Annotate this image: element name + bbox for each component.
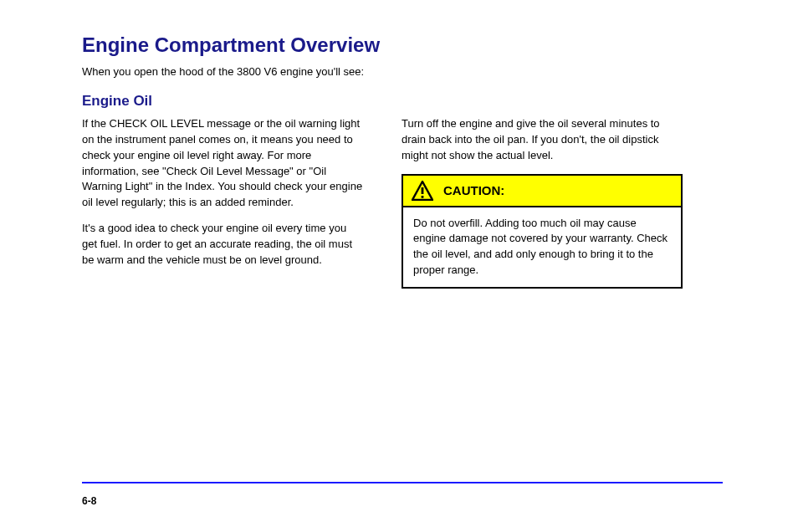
body-paragraph: It's a good idea to check your engine oi… [82,221,363,269]
left-column: If the CHECK OIL LEVEL message or the oi… [82,116,363,289]
section-heading: Engine Compartment Overview [82,33,723,57]
warning-icon [412,181,433,201]
footer-rule [82,482,723,483]
lead-paragraph: When you open the hood of the 3800 V6 en… [82,65,723,78]
subsection-heading: Engine Oil [82,93,723,110]
page-number: 6-8 [82,495,96,507]
caution-header: CAUTION: [403,176,681,207]
svg-rect-1 [422,187,424,194]
svg-rect-2 [422,196,424,198]
body-paragraph: Turn off the engine and give the oil sev… [402,116,683,164]
caution-title: CAUTION: [443,182,504,200]
right-column: Turn off the engine and give the oil sev… [402,116,683,289]
caution-box: CAUTION: Do not overfill. Adding too muc… [402,174,683,289]
caution-body: Do not overfill. Adding too much oil may… [403,207,681,287]
body-paragraph: If the CHECK OIL LEVEL message or the oi… [82,116,363,211]
